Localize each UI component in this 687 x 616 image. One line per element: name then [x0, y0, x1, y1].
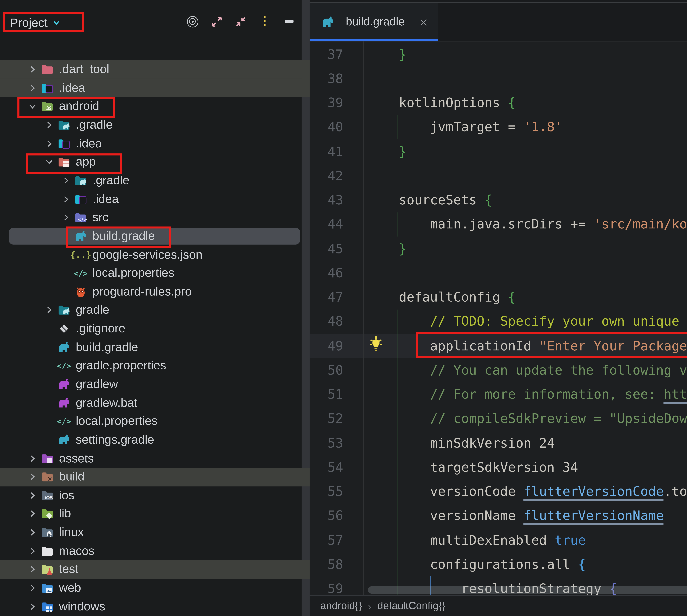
chevron-right-icon[interactable]: [41, 121, 58, 129]
code-line-54[interactable]: 54 targetSdkVersion 34: [309, 455, 687, 480]
line-number: 53: [309, 435, 343, 450]
code-area[interactable]: 37 }3839 kotlinOptions {40 jvmTarget = '…: [309, 41, 687, 595]
tree-item-build-gradle[interactable]: build.gradle: [0, 338, 309, 356]
code-line-44[interactable]: 44 main.java.srcDirs += 'src/main/kotlin…: [309, 212, 687, 237]
tree-item-src[interactable]: </>src: [0, 208, 309, 227]
tree-item-google-services-json[interactable]: {..}google-services.json: [0, 245, 309, 264]
chevron-right-icon[interactable]: [58, 195, 74, 203]
tree-item-gradlew[interactable]: gradlew: [0, 375, 309, 394]
code-line-45[interactable]: 45 }: [309, 237, 687, 261]
tree-item-assets[interactable]: assets: [0, 449, 309, 468]
tree-item-settings-gradle[interactable]: settings.gradle: [0, 431, 309, 449]
code-line-56[interactable]: 56 versionName flutterVersionName: [309, 504, 687, 528]
tab-build-gradle[interactable]: build.gradle ×: [309, 3, 437, 41]
tree-item--gradle[interactable]: .gradle: [0, 171, 309, 190]
tree-item-ios[interactable]: iOSios: [0, 486, 309, 505]
tree-item--dart-tool[interactable]: .dart_tool: [0, 60, 309, 79]
locate-target-icon[interactable]: [186, 15, 198, 27]
line-number: 40: [309, 119, 343, 135]
code-text: sourceSets {: [368, 192, 492, 208]
collapse-all-icon[interactable]: [235, 15, 246, 27]
tree-item-local-properties[interactable]: </>local.properties: [0, 412, 309, 431]
intention-lightbulb-icon[interactable]: [369, 336, 383, 353]
chevron-right-icon[interactable]: [24, 66, 41, 73]
tree-item-build-gradle[interactable]: build.gradle: [0, 227, 309, 245]
code-line-37[interactable]: 37 }: [309, 42, 687, 66]
tree-item-android[interactable]: android: [0, 97, 309, 116]
folder-dart-icon: [41, 63, 54, 76]
tree-item-web[interactable]: web: [0, 579, 309, 597]
chevron-right-icon[interactable]: [24, 510, 41, 518]
project-view-selector[interactable]: Project: [10, 14, 60, 32]
tree-item--idea[interactable]: .idea: [0, 190, 309, 208]
breadcrumb-defaultconfig[interactable]: defaultConfig{}: [377, 600, 446, 612]
code-line-51[interactable]: 51 // For more information, see: https:/…: [309, 382, 687, 406]
chevron-right-icon[interactable]: [41, 140, 58, 147]
code-line-46[interactable]: 46: [309, 261, 687, 285]
code-line-58[interactable]: 58 configurations.all {: [309, 552, 687, 577]
tree-item-build[interactable]: ✕build: [0, 468, 309, 486]
chevron-down-icon[interactable]: [41, 158, 58, 166]
line-number: 43: [309, 192, 343, 208]
code-line-38[interactable]: 38: [309, 66, 687, 91]
tree-item-windows[interactable]: windows: [0, 597, 309, 616]
tree-item-macos[interactable]: macos: [0, 542, 309, 560]
horizontal-scrollbar[interactable]: [368, 586, 687, 594]
tab-close-icon[interactable]: ×: [419, 15, 428, 28]
more-options-icon[interactable]: ⋮: [259, 15, 271, 27]
code-line-49[interactable]: 49 applicationId "Enter Your Package Nam…: [309, 333, 687, 358]
code-line-52[interactable]: 52 // compileSdkPreview = "UpsideDownCak…: [309, 406, 687, 431]
code-line-57[interactable]: 57 multiDexEnabled true: [309, 528, 687, 552]
code-text: }: [368, 144, 407, 159]
breadcrumb-android[interactable]: android{}: [320, 600, 362, 612]
tree-item-proguard-rules-pro[interactable]: proguard-rules.pro: [0, 283, 309, 301]
tree-item-linux[interactable]: linux: [0, 523, 309, 542]
code-line-53[interactable]: 53 minSdkVersion 24: [309, 431, 687, 455]
project-panel: Project: [0, 0, 309, 616]
chevron-right-icon[interactable]: [58, 177, 74, 184]
chevron-right-icon[interactable]: [58, 214, 74, 221]
tree-item-gradle[interactable]: gradle: [0, 301, 309, 320]
code-line-48[interactable]: 48 // TODO: Specify your own unique Appl…: [309, 309, 687, 334]
chevron-right-icon[interactable]: [24, 584, 41, 592]
code-line-55[interactable]: 55 versionCode flutterVersionCode.toInte…: [309, 479, 687, 504]
tree-item--idea[interactable]: .idea: [0, 79, 309, 97]
chevron-right-icon[interactable]: [24, 547, 41, 555]
code-line-47[interactable]: 47 defaultConfig {: [309, 285, 687, 309]
tree-item--gradle[interactable]: .gradle: [0, 116, 309, 134]
chevron-down-icon[interactable]: [24, 103, 41, 110]
tree-item-app[interactable]: app: [0, 153, 309, 171]
line-number: 56: [309, 508, 343, 523]
editor-panel: build.gradle × 37 }3839 kotlinOptions {4…: [309, 0, 687, 616]
expand-all-icon[interactable]: [211, 15, 222, 27]
tree-item-label: web: [59, 581, 81, 595]
chevron-right-icon[interactable]: [24, 455, 41, 462]
code-line-42[interactable]: 42: [309, 163, 687, 188]
tree-item-gradlew-bat[interactable]: gradlew.bat: [0, 394, 309, 412]
chevron-right-icon[interactable]: [24, 473, 41, 481]
code-line-40[interactable]: 40 jvmTarget = '1.8': [309, 115, 687, 139]
tree-item--gitignore[interactable]: .gitignore: [0, 320, 309, 338]
chevron-right-icon[interactable]: [24, 84, 41, 92]
chevron-down-icon: [52, 19, 61, 27]
tree-item-local-properties[interactable]: </>local.properties: [0, 264, 309, 283]
chevron-right-icon[interactable]: [24, 603, 41, 610]
owl-file-icon: [74, 285, 87, 298]
chevron-right-icon[interactable]: [41, 307, 58, 314]
tree-item-gradle-properties[interactable]: </>gradle.properties: [0, 356, 309, 375]
chevron-right-icon[interactable]: [24, 566, 41, 573]
code-line-50[interactable]: 50 // You can update the following value…: [309, 358, 687, 382]
line-number: 59: [309, 581, 343, 595]
tree-item-test[interactable]: test: [0, 560, 309, 579]
hide-panel-icon[interactable]: [283, 15, 295, 27]
tree-item-label: lib: [59, 507, 71, 521]
tree-item--idea[interactable]: .idea: [0, 134, 309, 153]
code-line-41[interactable]: 41 }: [309, 139, 687, 163]
code-line-43[interactable]: 43 sourceSets {: [309, 188, 687, 212]
chevron-right-icon[interactable]: [24, 529, 41, 536]
tree-item-lib[interactable]: lib: [0, 505, 309, 523]
code-line-39[interactable]: 39 kotlinOptions {: [309, 91, 687, 115]
line-number: 54: [309, 460, 343, 475]
chevron-right-icon[interactable]: [24, 492, 41, 499]
code-text: minSdkVersion 24: [368, 435, 555, 450]
